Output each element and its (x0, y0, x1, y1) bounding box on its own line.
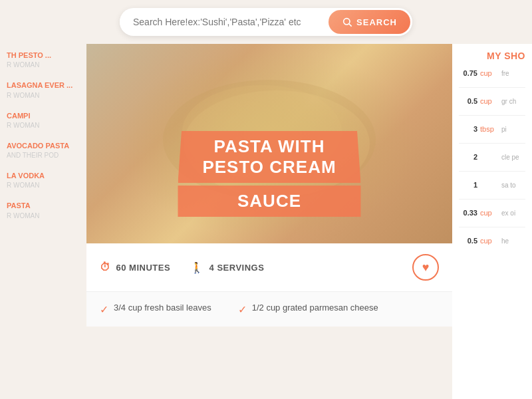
check-icon-2: ✓ (238, 303, 247, 316)
shopping-unit-2: tbsp (480, 125, 499, 133)
shopping-item-5: 0.33 cup ex oi (459, 209, 525, 227)
sidebar-recipe-author-2: R WOMAN (7, 122, 86, 129)
shopping-qty-2: 3 (459, 125, 477, 133)
sidebar-recipe-author-3: AND THEIR POD (7, 152, 86, 159)
sidebar-recipe-author-0: R WOMAN (7, 61, 86, 68)
sidebar-recipe-title-4: LA VODKA (7, 171, 86, 180)
svg-point-0 (344, 19, 350, 25)
search-container: SEARCH (120, 8, 412, 36)
header: SEARCH (0, 0, 532, 44)
sidebar-item-2[interactable]: CAMPI R WOMAN (7, 111, 86, 129)
recipe-title-overlay: PASTA WITH PESTO CREAM SAUCE (178, 131, 361, 217)
svg-line-1 (349, 24, 352, 27)
recipe-title-line2: SAUCE (178, 186, 361, 217)
shopping-name-6: he (501, 237, 509, 245)
shopping-unit-6: cup (480, 237, 499, 245)
shopping-item-6: 0.5 cup he (459, 237, 525, 255)
time-info: ⏱ 60 MINUTES (100, 261, 170, 273)
shopping-item-2: 3 tbsp pi (459, 125, 525, 144)
shopping-qty-3: 2 (459, 153, 477, 161)
center-content: PASTA WITH PESTO CREAM SAUCE ⏱ 60 MINUTE… (86, 44, 452, 399)
servings-label: 4 SERVINGS (209, 263, 265, 273)
shopping-qty-5: 0.33 (459, 209, 477, 217)
shopping-qty-6: 0.5 (459, 237, 477, 245)
ingredient-text-1: 3/4 cup fresh basil leaves (114, 303, 211, 313)
sidebar-recipe-title-2: CAMPI (7, 111, 86, 120)
shopping-qty-0: 0.75 (459, 69, 477, 77)
shopping-item-3: 2 cle pe (459, 153, 525, 172)
search-input[interactable] (120, 10, 327, 34)
ingredient-item: ✓ 3/4 cup fresh basil leaves (100, 303, 211, 316)
sidebar-item-5[interactable]: PASTA R WOMAN (7, 201, 86, 219)
recipe-title-line1: PASTA WITH PESTO CREAM (178, 131, 361, 183)
sidebar-item-4[interactable]: LA VODKA R WOMAN (7, 171, 86, 189)
shopping-unit-1: cup (480, 97, 499, 105)
shopping-unit-0: cup (480, 69, 499, 77)
ingredient-item-2: ✓ 1/2 cup grated parmesan cheese (238, 303, 378, 316)
main-layout: TH PESTO ... R WOMAN LASAGNA EVER ... R … (0, 44, 532, 399)
shopping-name-5: ex oi (501, 209, 515, 217)
shopping-name-2: pi (501, 125, 507, 134)
recipe-image: PASTA WITH PESTO CREAM SAUCE (86, 44, 452, 243)
shopping-qty-4: 1 (459, 181, 477, 189)
search-button-label: SEARCH (356, 17, 397, 27)
sidebar-recipe-author-4: R WOMAN (7, 182, 86, 189)
sidebar-recipe-author-1: R WOMAN (7, 92, 86, 99)
left-sidebar: TH PESTO ... R WOMAN LASAGNA EVER ... R … (0, 44, 86, 399)
sidebar-recipe-author-5: R WOMAN (7, 212, 86, 219)
ingredients-preview: ✓ 3/4 cup fresh basil leaves ✓ 1/2 cup g… (86, 292, 452, 327)
sidebar-item-0[interactable]: TH PESTO ... R WOMAN (7, 51, 86, 68)
person-icon: 🚶 (190, 261, 204, 274)
shopping-item-4: 1 sa to (459, 181, 525, 200)
shopping-qty-1: 0.5 (459, 97, 477, 105)
check-icon-1: ✓ (100, 303, 108, 316)
shopping-list: 0.75 cup fre 0.5 cup gr ch 3 tbsp pi 2 c… (459, 69, 525, 255)
sidebar-recipe-title-3: AVOCADO PASTA (7, 141, 86, 150)
servings-info: 🚶 4 SERVINGS (190, 261, 264, 274)
sidebar-item-3[interactable]: AVOCADO PASTA AND THEIR POD (7, 141, 86, 159)
shopping-item-0: 0.75 cup fre (459, 69, 525, 88)
shopping-item-1: 0.5 cup gr ch (459, 97, 525, 116)
favorite-button[interactable]: ♥ (412, 254, 439, 281)
search-button[interactable]: SEARCH (329, 10, 410, 34)
time-label: 60 MINUTES (116, 263, 171, 273)
shopping-name-4: sa to (501, 181, 516, 190)
info-bar: ⏱ 60 MINUTES 🚶 4 SERVINGS ♥ (86, 243, 452, 292)
shopping-name-0: fre (501, 69, 509, 78)
shopping-name-3: cle pe (501, 153, 519, 162)
right-sidebar: MY SHO 0.75 cup fre 0.5 cup gr ch 3 tbsp… (452, 44, 532, 399)
sidebar-recipe-title-5: PASTA (7, 201, 86, 210)
shopping-unit-5: cup (480, 209, 499, 217)
shopping-list-title: MY SHO (459, 51, 525, 61)
sidebar-recipe-title-0: TH PESTO ... (7, 51, 86, 60)
ingredient-text-2: 1/2 cup grated parmesan cheese (252, 303, 378, 313)
clock-icon: ⏱ (100, 261, 111, 273)
heart-icon: ♥ (422, 261, 430, 275)
shopping-name-1: gr ch (501, 97, 516, 106)
sidebar-item-1[interactable]: LASAGNA EVER ... R WOMAN (7, 80, 86, 98)
search-icon (342, 17, 352, 27)
sidebar-recipe-title-1: LASAGNA EVER ... (7, 80, 86, 90)
